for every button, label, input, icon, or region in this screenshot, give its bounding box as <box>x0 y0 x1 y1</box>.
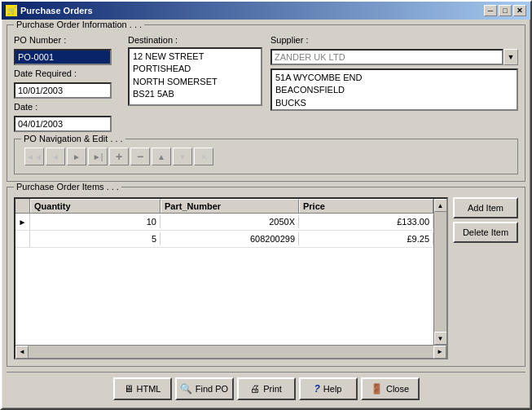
items-group: Purchase Order Items . . . Quantity Part… <box>7 187 525 367</box>
po-left-fields: PO Number : Date Required : Date : <box>14 35 120 132</box>
table-row[interactable]: ► 10 2050X £133.00 <box>15 214 433 231</box>
dest-line-2: PORTISHEAD <box>133 63 257 75</box>
supplier-dropdown: ▼ <box>270 49 518 65</box>
td-qty-1: 10 <box>30 215 160 228</box>
nav-first-button[interactable]: ◄◄ <box>24 148 44 165</box>
supplier-section: Supplier : ▼ 51A WYCOMBE END BEACONSFIEL… <box>270 35 518 111</box>
close-button[interactable]: 🚪 Close <box>361 377 420 400</box>
th-arrow <box>15 199 30 213</box>
th-price: Price <box>299 199 433 213</box>
supplier-label: Supplier : <box>270 35 518 45</box>
items-content: Quantity Part_Number Price ► 10 2050X <box>14 197 518 359</box>
print-label: Print <box>263 384 282 394</box>
table-body: ► 10 2050X £133.00 5 608200299 £9.25 <box>15 214 433 345</box>
supplier-address: 51A WYCOMBE END BEACONSFIELD BUCKS <box>270 68 518 111</box>
find-po-button[interactable]: 🔍 Find PO <box>175 377 234 400</box>
td-part-2: 608200299 <box>160 232 299 245</box>
print-button[interactable]: 🖨 Print <box>237 377 296 400</box>
nav-add-button[interactable]: + <box>109 148 129 165</box>
bottom-toolbar: 🖥 HTML 🔍 Find PO 🖨 Print ? Help 🚪 Close <box>7 372 525 403</box>
scroll-track-v[interactable] <box>434 212 446 332</box>
nav-next-button[interactable]: ► <box>67 148 86 165</box>
dest-line-4: BS21 5AB <box>133 88 257 100</box>
nav-prev-button[interactable]: ◄ <box>46 148 65 165</box>
scroll-up-button[interactable]: ▲ <box>434 199 447 212</box>
maximize-button[interactable]: □ <box>499 5 512 16</box>
dest-line-3: NORTH SOMERSET <box>133 76 257 88</box>
th-quantity: Quantity <box>30 199 160 213</box>
scroll-track-h[interactable] <box>29 346 433 358</box>
delete-item-button[interactable]: Delete Item <box>453 222 518 243</box>
table-header: Quantity Part_Number Price <box>15 199 433 214</box>
td-qty-2: 5 <box>30 232 160 245</box>
window-title: Purchase Orders <box>20 6 93 15</box>
close-icon: 🚪 <box>371 383 383 395</box>
nav-buttons: ◄◄ ◄ ► ►| + − ▲ ▼ ✕ <box>21 144 511 169</box>
nav-group: PO Navigation & Edit . . . ◄◄ ◄ ► ►| + −… <box>14 139 518 174</box>
print-icon: 🖨 <box>250 383 260 395</box>
th-part-number: Part_Number <box>160 199 299 213</box>
close-label: Close <box>386 384 409 394</box>
po-number-label: PO Number : <box>14 35 120 45</box>
html-icon: 🖥 <box>124 383 134 395</box>
window-body: Purchase Order Information . . . PO Numb… <box>2 20 530 408</box>
po-number-input[interactable] <box>14 49 112 65</box>
row-arrow-2 <box>15 231 30 247</box>
td-price-1: £133.00 <box>299 215 433 228</box>
supplier-addr-2: BEACONSFIELD <box>275 84 513 96</box>
help-icon: ? <box>314 383 320 395</box>
supplier-input[interactable] <box>270 49 503 65</box>
date-required-label: Date Required : <box>14 68 120 78</box>
title-bar: 🛒 Purchase Orders ─ □ ✕ <box>2 2 530 20</box>
minimize-button[interactable]: ─ <box>484 5 497 16</box>
td-price-2: £9.25 <box>299 232 433 245</box>
destination-box: 12 NEW STREET PORTISHEAD NORTH SOMERSET … <box>128 47 262 106</box>
date-label: Date : <box>14 102 120 112</box>
row-arrow-1: ► <box>15 214 30 230</box>
items-group-title: Purchase Order Items . . . <box>14 182 121 192</box>
vertical-scrollbar[interactable]: ▲ ▼ <box>433 199 446 345</box>
find-po-label: Find PO <box>196 384 228 394</box>
destination-section: Destination : 12 NEW STREET PORTISHEAD N… <box>128 35 262 106</box>
title-bar-left: 🛒 Purchase Orders <box>6 5 93 16</box>
close-window-button[interactable]: ✕ <box>513 5 526 16</box>
nav-group-title: PO Navigation & Edit . . . <box>21 134 125 143</box>
nav-delete-button[interactable]: − <box>130 148 150 165</box>
main-window: 🛒 Purchase Orders ─ □ ✕ Purchase Order I… <box>0 0 532 410</box>
table-inner: Quantity Part_Number Price ► 10 2050X <box>15 199 433 345</box>
window-icon: 🛒 <box>6 5 17 16</box>
html-label: HTML <box>137 384 161 394</box>
horizontal-scrollbar[interactable]: ◄ ► <box>15 345 446 358</box>
scroll-right-button[interactable]: ► <box>433 346 446 359</box>
table-row[interactable]: 5 608200299 £9.25 <box>15 231 433 248</box>
help-label: Help <box>323 384 342 394</box>
table-with-scrollbar: Quantity Part_Number Price ► 10 2050X <box>15 199 446 345</box>
po-info-content: PO Number : Date Required : Date : Desti… <box>14 35 518 132</box>
title-buttons: ─ □ ✕ <box>484 5 526 16</box>
help-button[interactable]: ? Help <box>299 377 358 400</box>
supplier-dropdown-button[interactable]: ▼ <box>503 49 518 65</box>
supplier-addr-1: 51A WYCOMBE END <box>275 72 513 84</box>
dest-line-1: 12 NEW STREET <box>133 51 257 63</box>
scroll-down-button[interactable]: ▼ <box>434 332 447 345</box>
destination-label: Destination : <box>128 35 262 45</box>
date-input[interactable] <box>14 116 112 132</box>
html-button[interactable]: 🖥 HTML <box>113 377 172 400</box>
nav-last-button[interactable]: ►| <box>88 148 108 165</box>
td-part-1: 2050X <box>160 215 299 228</box>
items-action-buttons: Add Item Delete Item <box>453 197 518 359</box>
add-item-button[interactable]: Add Item <box>453 197 518 218</box>
scroll-left-button[interactable]: ◄ <box>15 346 29 359</box>
items-table-container: Quantity Part_Number Price ► 10 2050X <box>14 197 448 359</box>
po-info-group-title: Purchase Order Information . . . <box>14 20 144 29</box>
nav-up-button[interactable]: ▲ <box>152 148 171 165</box>
supplier-addr-3: BUCKS <box>275 97 513 109</box>
nav-cancel-button[interactable]: ✕ <box>194 148 213 165</box>
find-po-icon: 🔍 <box>180 383 192 395</box>
nav-group-wrapper: PO Navigation & Edit . . . ◄◄ ◄ ► ►| + −… <box>14 139 518 174</box>
date-required-input[interactable] <box>14 82 112 99</box>
nav-down-button[interactable]: ▼ <box>173 148 192 165</box>
po-info-group: Purchase Order Information . . . PO Numb… <box>7 24 525 182</box>
